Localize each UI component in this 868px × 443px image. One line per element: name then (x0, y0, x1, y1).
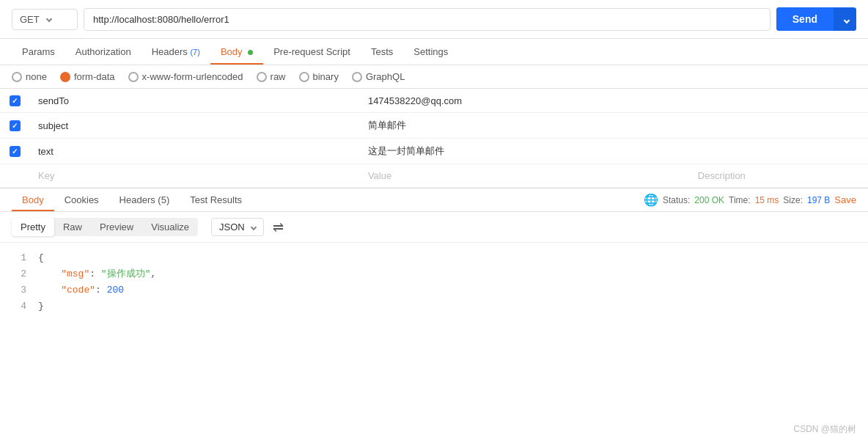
headers-badge: (7) (190, 48, 199, 56)
send-button[interactable]: Send (776, 7, 834, 31)
option-graphql[interactable]: GraphQL (352, 71, 405, 82)
value-placeholder[interactable]: Value (359, 164, 689, 188)
code-line-4: 4 } (12, 299, 856, 315)
table-row: sendTo 1474538220@qq.com (0, 89, 868, 113)
value-cell-2: 简单邮件 (359, 113, 689, 139)
option-raw[interactable]: raw (257, 71, 286, 82)
format-visualize[interactable]: Visualize (142, 218, 198, 236)
globe-icon: 🌐 (644, 193, 658, 207)
request-tabs-bar: Params Authorization Headers (7) Body Pr… (0, 39, 868, 65)
radio-formdata-icon (60, 72, 70, 82)
key-cell-3: text (29, 139, 359, 164)
json-label: JSON (219, 222, 245, 233)
response-tabs-bar: Body Cookies Headers (5) Test Results 🌐 … (0, 188, 868, 212)
format-raw[interactable]: Raw (54, 218, 91, 236)
body-options: none form-data x-www-form-urlencoded raw… (0, 65, 868, 89)
checkbox-row1[interactable] (10, 95, 21, 106)
url-input[interactable] (84, 8, 770, 31)
send-dropdown-button[interactable] (834, 8, 856, 31)
code-line-3: 3 "code": 200 (12, 282, 856, 299)
desc-placeholder[interactable]: Description (689, 164, 868, 188)
send-chevron-icon (844, 17, 850, 23)
desc-cell-3 (689, 139, 868, 164)
resp-tab-body[interactable]: Body (12, 188, 54, 211)
status-bar: 🌐 Status: 200 OK Time: 15 ms Size: 197 B… (644, 193, 856, 207)
radio-graphql-icon (352, 72, 362, 82)
key-cell-2: subject (29, 113, 359, 139)
send-btn-group: Send (776, 7, 856, 31)
checkbox-row3[interactable] (10, 146, 21, 157)
tab-authorization[interactable]: Authorization (65, 39, 141, 65)
radio-urlencoded-icon (128, 72, 139, 82)
method-select[interactable]: GET (12, 9, 78, 30)
value-cell-3: 这是一封简单邮件 (359, 139, 689, 164)
response-toolbar: Pretty Raw Preview Visualize JSON ⇌ (0, 212, 868, 243)
format-group: Pretty Raw Preview Visualize (12, 218, 198, 236)
tab-body[interactable]: Body (210, 39, 263, 65)
radio-raw-icon (257, 72, 267, 82)
code-line-1: 1 { (12, 250, 856, 266)
json-format-select[interactable]: JSON (211, 218, 264, 236)
code-area: 1 { 2 "msg": "操作成功", 3 "code": 200 4 } (0, 243, 868, 322)
top-bar: GET Send (0, 0, 868, 39)
option-binary[interactable]: binary (299, 71, 339, 82)
format-pretty[interactable]: Pretty (12, 218, 54, 236)
json-chevron-icon (250, 224, 256, 230)
tab-tests[interactable]: Tests (361, 39, 403, 65)
table-row-empty: Key Value Description (0, 164, 868, 188)
checkbox-row2[interactable] (10, 120, 21, 131)
desc-cell-1 (689, 89, 868, 113)
desc-cell-2 (689, 113, 868, 139)
radio-binary-icon (299, 72, 309, 82)
tab-prerequest[interactable]: Pre-request Script (263, 39, 361, 65)
tab-params[interactable]: Params (12, 39, 65, 65)
body-dot-icon (248, 50, 253, 55)
form-table: sendTo 1474538220@qq.com subject 简单邮件 te… (0, 89, 868, 188)
table-row: subject 简单邮件 (0, 113, 868, 139)
code-line-2: 2 "msg": "操作成功", (12, 266, 856, 282)
resp-tab-headers[interactable]: Headers (5) (109, 188, 180, 211)
method-chevron-icon (45, 16, 51, 22)
table-row: text 这是一封简单邮件 (0, 139, 868, 164)
option-none[interactable]: none (12, 71, 47, 82)
tab-headers[interactable]: Headers (7) (141, 39, 210, 65)
value-cell-1: 1474538220@qq.com (359, 89, 689, 113)
radio-none-icon (12, 72, 22, 82)
wrap-icon[interactable]: ⇌ (273, 219, 284, 235)
format-preview[interactable]: Preview (91, 218, 142, 236)
option-form-data[interactable]: form-data (60, 71, 115, 82)
tab-settings[interactable]: Settings (403, 39, 458, 65)
save-response-button[interactable]: Save (834, 194, 856, 205)
key-placeholder[interactable]: Key (29, 164, 359, 188)
resp-tab-test-results[interactable]: Test Results (180, 188, 252, 211)
resp-tab-cookies[interactable]: Cookies (54, 188, 109, 211)
option-urlencoded[interactable]: x-www-form-urlencoded (128, 71, 243, 82)
key-cell-1: sendTo (29, 89, 359, 113)
method-label: GET (20, 14, 40, 25)
